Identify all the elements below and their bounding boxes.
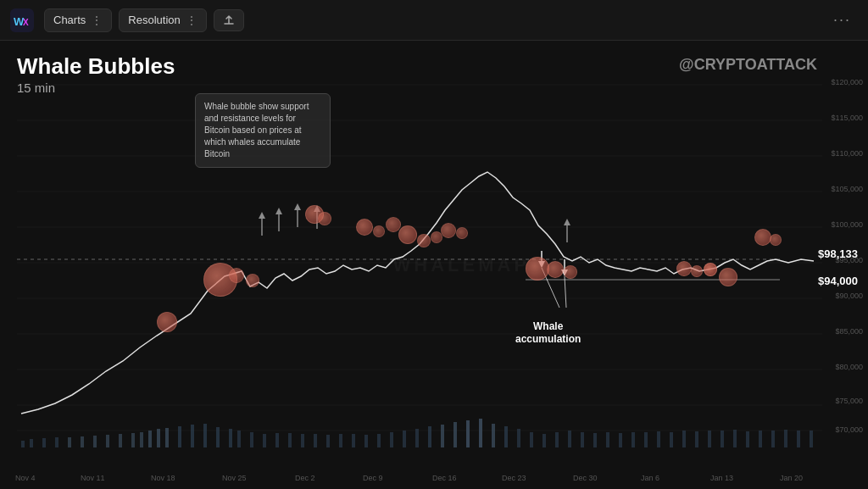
y-label-75k: $75,000 bbox=[835, 397, 863, 405]
svg-rect-31 bbox=[191, 425, 194, 447]
svg-rect-29 bbox=[165, 428, 169, 447]
svg-rect-33 bbox=[216, 427, 220, 447]
svg-rect-72 bbox=[708, 431, 711, 447]
svg-rect-55 bbox=[492, 424, 495, 447]
y-label-110k: $110,000 bbox=[831, 149, 863, 158]
y-label-115k: $115,000 bbox=[831, 114, 863, 122]
svg-rect-64 bbox=[606, 432, 609, 447]
svg-rect-58 bbox=[530, 432, 533, 447]
x-label-nov4: Nov 4 bbox=[15, 474, 36, 482]
svg-rect-73 bbox=[721, 431, 724, 447]
upload-button[interactable] bbox=[214, 9, 244, 31]
price-label-94000: $94,000 bbox=[818, 275, 858, 287]
svg-line-96 bbox=[565, 276, 566, 308]
svg-rect-26 bbox=[140, 432, 143, 447]
y-label-90k: $90,000 bbox=[835, 292, 863, 300]
whale-bubble-13 bbox=[441, 223, 456, 238]
svg-rect-30 bbox=[178, 426, 181, 447]
whale-bubble-20 bbox=[704, 263, 717, 276]
svg-rect-69 bbox=[670, 432, 673, 447]
svg-rect-49 bbox=[415, 429, 419, 447]
x-label-jan6: Jan 6 bbox=[641, 474, 659, 482]
y-label-105k: $105,000 bbox=[831, 185, 863, 193]
whale-bubble-21 bbox=[719, 268, 737, 286]
svg-rect-32 bbox=[203, 424, 207, 447]
svg-rect-35 bbox=[237, 431, 241, 447]
svg-rect-37 bbox=[263, 434, 266, 447]
x-label-dec2: Dec 2 bbox=[295, 474, 315, 482]
svg-rect-25 bbox=[131, 433, 135, 447]
svg-rect-39 bbox=[288, 433, 292, 447]
whale-bubble-4 bbox=[246, 274, 259, 287]
whale-bubble-15 bbox=[526, 257, 549, 281]
price-label-98133: $98,133 bbox=[818, 247, 858, 260]
x-label-nov18: Nov 18 bbox=[151, 474, 175, 482]
charts-label: Charts bbox=[53, 14, 86, 26]
whale-bubble-16 bbox=[547, 261, 564, 278]
svg-rect-71 bbox=[695, 431, 698, 447]
svg-rect-63 bbox=[593, 433, 597, 447]
whale-bubble-10 bbox=[398, 225, 417, 244]
svg-rect-78 bbox=[784, 430, 787, 447]
whale-bubble-6 bbox=[318, 212, 331, 225]
svg-rect-44 bbox=[352, 434, 355, 447]
whale-bubble-2 bbox=[157, 312, 177, 332]
whale-bubble-11 bbox=[417, 234, 431, 247]
svg-rect-19 bbox=[55, 437, 58, 447]
y-label-120k: $120,000 bbox=[831, 78, 863, 86]
whale-bubble-22 bbox=[754, 229, 771, 246]
svg-rect-75 bbox=[746, 431, 749, 447]
svg-rect-79 bbox=[797, 431, 800, 447]
svg-rect-40 bbox=[301, 434, 304, 447]
svg-rect-65 bbox=[619, 433, 622, 447]
x-label-dec23: Dec 23 bbox=[502, 474, 526, 482]
chart-title: Whale Bubbles bbox=[17, 54, 175, 79]
tooltip-text: Whale bubble show support and resistance… bbox=[204, 102, 309, 158]
x-label-dec16: Dec 16 bbox=[432, 474, 457, 482]
charts-menu-icon: ⋮ bbox=[91, 14, 103, 27]
resolution-label: Resolution bbox=[128, 14, 180, 26]
svg-marker-89 bbox=[564, 219, 570, 225]
whale-bubble-8 bbox=[373, 225, 385, 237]
svg-rect-68 bbox=[657, 431, 660, 447]
resolution-button[interactable]: Resolution ⋮ bbox=[119, 8, 206, 32]
whale-bubble-17 bbox=[564, 265, 577, 279]
svg-rect-56 bbox=[504, 426, 508, 447]
chart-header: Whale Bubbles 15 min bbox=[17, 54, 175, 95]
svg-rect-24 bbox=[119, 434, 122, 447]
svg-rect-57 bbox=[517, 429, 520, 447]
whale-accumulation-text: Whaleaccumulation bbox=[515, 320, 581, 346]
svg-rect-42 bbox=[326, 435, 330, 447]
x-label-jan13: Jan 13 bbox=[710, 474, 733, 482]
svg-rect-50 bbox=[428, 426, 431, 447]
whale-bubble-7 bbox=[356, 219, 373, 236]
svg-rect-17 bbox=[30, 439, 33, 447]
svg-rect-38 bbox=[275, 433, 279, 447]
svg-rect-20 bbox=[68, 437, 71, 447]
svg-rect-18 bbox=[42, 438, 46, 447]
svg-rect-45 bbox=[364, 435, 368, 447]
svg-rect-47 bbox=[390, 432, 393, 447]
svg-rect-52 bbox=[453, 422, 457, 447]
resolution-menu-icon: ⋮ bbox=[186, 14, 198, 27]
more-icon: ··· bbox=[833, 11, 851, 28]
svg-rect-41 bbox=[314, 434, 317, 447]
whale-bubble-14 bbox=[456, 227, 468, 239]
svg-rect-36 bbox=[250, 432, 253, 447]
more-options-button[interactable]: ··· bbox=[826, 8, 858, 32]
svg-rect-43 bbox=[339, 434, 342, 447]
svg-rect-77 bbox=[771, 431, 775, 447]
svg-marker-85 bbox=[294, 203, 301, 210]
svg-rect-27 bbox=[148, 431, 152, 447]
x-label-nov25: Nov 25 bbox=[222, 474, 247, 482]
svg-rect-80 bbox=[810, 431, 813, 447]
x-label-dec9: Dec 9 bbox=[363, 474, 383, 482]
svg-rect-59 bbox=[542, 434, 546, 447]
svg-rect-34 bbox=[229, 429, 232, 447]
logo-icon: W X bbox=[10, 8, 34, 32]
svg-rect-28 bbox=[157, 429, 160, 447]
charts-button[interactable]: Charts ⋮ bbox=[44, 8, 112, 32]
whale-accumulation-label: Whaleaccumulation bbox=[515, 320, 581, 347]
svg-rect-67 bbox=[644, 432, 648, 447]
svg-rect-16 bbox=[21, 441, 25, 447]
